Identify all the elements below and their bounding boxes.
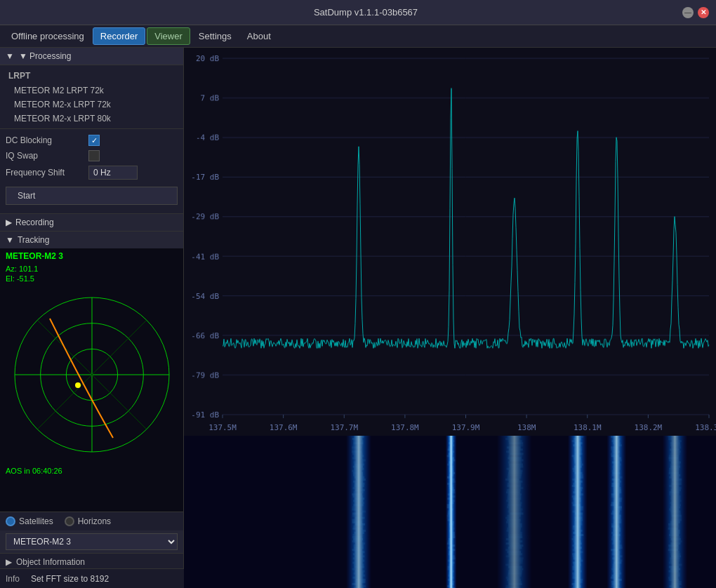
freq-shift-row: Frequency Shift <box>6 166 178 180</box>
dc-blocking-checkbox[interactable]: ✓ <box>88 135 100 146</box>
close-button[interactable]: ✕ <box>698 7 709 18</box>
horizons-label: Horizons <box>78 516 111 526</box>
menu-about[interactable]: About <box>240 28 278 44</box>
info-value: Set FFT size to 8192 <box>31 574 109 584</box>
info-bar: Info Set FFT size to 8192 <box>0 568 184 588</box>
radar-canvas <box>8 290 176 459</box>
sat-dropdown-row: METEOR-M2 3 <box>0 530 183 553</box>
tracking-label: Tracking <box>18 235 50 245</box>
satellites-row: Satellites Horizons <box>0 512 183 530</box>
menu-viewer[interactable]: Viewer <box>147 27 190 45</box>
waterfall-canvas <box>184 436 716 588</box>
recording-label: Recording <box>15 218 54 227</box>
menubar: Offline processing Recorder Viewer Setti… <box>0 25 716 48</box>
tracking-triangle: ▼ <box>6 235 14 245</box>
satellites-option[interactable]: Satellites <box>6 516 53 526</box>
processing-section-header[interactable]: ▼ ▼ Processing <box>0 48 183 65</box>
iq-swap-checkbox[interactable] <box>88 150 100 161</box>
aos-label: AOS in 06:40:26 <box>0 466 183 476</box>
object-info-label: Object Information <box>16 557 85 567</box>
processing-list: LRPT METEOR M2 LRPT 72k METEOR M2-x LRPT… <box>0 65 183 128</box>
dc-blocking-label: DC Blocking <box>6 135 83 145</box>
freq-shift-input[interactable] <box>88 166 138 180</box>
waterfall-area <box>184 436 716 588</box>
processing-label: ▼ Processing <box>19 51 72 61</box>
left-bottom: Satellites Horizons METEOR-M2 3 ▶ Object… <box>0 512 183 588</box>
start-button[interactable]: Start <box>6 187 178 205</box>
horizons-option[interactable]: Horizons <box>65 516 111 526</box>
minimize-button[interactable]: — <box>682 7 694 18</box>
proc-category-lrpt: LRPT <box>0 68 183 83</box>
recording-row[interactable]: ▶ Recording <box>0 213 183 231</box>
fft-canvas[interactable] <box>184 48 716 436</box>
satellites-label: Satellites <box>19 516 53 526</box>
dc-blocking-row: DC Blocking ✓ <box>6 135 178 146</box>
menu-recorder[interactable]: Recorder <box>93 27 145 45</box>
info-label: Info <box>6 574 20 584</box>
tracking-area: METEOR-M2 3 Az: 101.1 El: -51.5 AOS in 0… <box>0 248 183 512</box>
main-layout: ▼ ▼ Processing LRPT METEOR M2 LRPT 72k M… <box>0 48 716 588</box>
fft-area <box>184 48 716 436</box>
elevation-label: El: -51.5 <box>0 274 183 283</box>
proc-item-2[interactable]: METEOR M2-x LRPT 80k <box>0 112 183 126</box>
proc-item-1[interactable]: METEOR M2-x LRPT 72k <box>0 98 183 112</box>
horizons-radio[interactable] <box>65 516 74 526</box>
menu-settings[interactable]: Settings <box>192 28 239 44</box>
right-panel <box>184 48 716 588</box>
azimuth-label: Az: 101.1 <box>0 264 183 274</box>
options-area: DC Blocking ✓ IQ Swap Frequency Shift St… <box>0 128 183 213</box>
left-panel: ▼ ▼ Processing LRPT METEOR M2 LRPT 72k M… <box>0 48 184 588</box>
iq-swap-row: IQ Swap <box>6 150 178 161</box>
satellites-radio[interactable] <box>6 516 15 526</box>
titlebar: SatDump v1.1.1-03b6567 — ✕ <box>0 0 716 25</box>
window-title: SatDump v1.1.1-03b6567 <box>314 7 418 18</box>
sat-name-label: METEOR-M2 3 <box>0 248 183 264</box>
tracking-row[interactable]: ▼ Tracking <box>0 231 183 248</box>
object-info-triangle: ▶ <box>6 557 12 567</box>
processing-triangle: ▼ <box>6 51 14 61</box>
sat-select[interactable]: METEOR-M2 3 <box>6 533 178 550</box>
proc-item-0[interactable]: METEOR M2 LRPT 72k <box>0 83 183 98</box>
iq-swap-label: IQ Swap <box>6 151 83 161</box>
window-controls: — ✕ <box>682 7 709 18</box>
freq-shift-label: Frequency Shift <box>6 168 83 178</box>
recording-triangle: ▶ <box>6 218 12 227</box>
radar-container <box>8 290 176 459</box>
menu-offline-processing[interactable]: Offline processing <box>4 28 91 44</box>
